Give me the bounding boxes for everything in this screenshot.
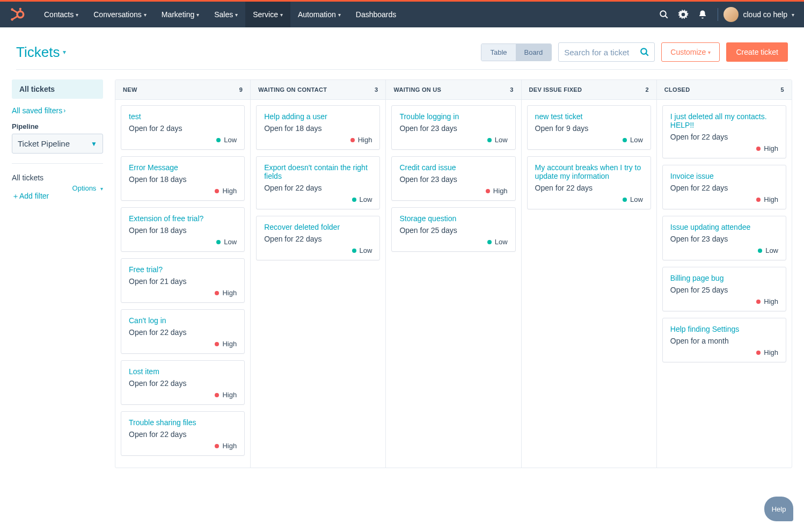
ticket-card[interactable]: Error MessageOpen for 18 daysHigh <box>121 156 245 201</box>
options-label: Options <box>72 184 97 192</box>
chevron-down-icon: ▾ <box>100 186 103 192</box>
card-title: Help adding a user <box>264 112 372 121</box>
chevron-down-icon[interactable]: ▾ <box>792 12 794 18</box>
nav-item-conversations[interactable]: Conversations▾ <box>86 2 154 27</box>
ticket-card[interactable]: My account breaks when I try to update m… <box>527 156 651 209</box>
ticket-card[interactable]: Free trial?Open for 21 daysHigh <box>121 258 245 303</box>
ticket-card[interactable]: Can't log inOpen for 22 daysHigh <box>121 309 245 354</box>
hubspot-logo-icon[interactable] <box>10 7 25 22</box>
priority-badge: High <box>129 442 237 450</box>
ticket-card[interactable]: I just deleted all my contacts. HELP!!Op… <box>662 105 786 158</box>
pipeline-select[interactable]: Ticket Pipeline ▼ <box>12 134 103 154</box>
nav-label: Marketing <box>162 10 194 19</box>
card-title: Error Message <box>129 163 237 172</box>
ticket-card[interactable]: Storage questionOpen for 25 daysLow <box>391 207 515 252</box>
priority-dot-icon <box>352 198 356 202</box>
card-title: Trouble logging in <box>399 112 507 121</box>
card-subtitle: Open for 18 days <box>129 175 237 184</box>
ticket-card[interactable]: Credit card issueOpen for 23 daysHigh <box>391 156 515 201</box>
nav-item-service[interactable]: Service▾ <box>245 2 290 27</box>
priority-dot-icon <box>487 138 492 142</box>
card-subtitle: Open for 21 days <box>129 277 237 286</box>
priority-label: High <box>764 144 778 152</box>
priority-badge: High <box>670 195 778 203</box>
ticket-card[interactable]: Extension of free trial?Open for 18 days… <box>121 207 245 252</box>
priority-badge: Low <box>129 136 237 144</box>
priority-badge: High <box>129 391 237 399</box>
priority-badge: High <box>264 136 372 144</box>
avatar[interactable] <box>723 7 739 22</box>
ticket-card[interactable]: Help finding SettingsOpen for a monthHig… <box>662 318 786 362</box>
ticket-card[interactable]: Lost itemOpen for 22 daysHigh <box>121 360 245 405</box>
card-subtitle: Open for 22 days <box>264 235 372 243</box>
ticket-card[interactable]: Trouble sharing filesOpen for 22 daysHig… <box>121 411 245 456</box>
priority-label: Low <box>765 246 778 254</box>
board-column: DEV ISSUE FIXED2new test ticketOpen for … <box>522 80 657 468</box>
chevron-down-icon: ▾ <box>196 12 199 18</box>
priority-dot-icon <box>216 240 221 244</box>
account-name[interactable]: cloud co help <box>743 10 787 19</box>
column-header: NEW9 <box>115 80 250 100</box>
customize-button[interactable]: Customize ▾ <box>661 42 720 62</box>
priority-dot-icon <box>756 147 761 151</box>
column-title: WAITING ON US <box>393 86 441 93</box>
svg-point-9 <box>641 48 647 54</box>
chevron-down-icon: ▾ <box>76 12 78 18</box>
column-body[interactable]: new test ticketOpen for 9 daysLowMy acco… <box>522 100 656 221</box>
nav-label: Dashboards <box>356 10 397 19</box>
column-title: NEW <box>123 86 137 93</box>
priority-label: High <box>764 348 778 356</box>
chevron-down-icon: ▾ <box>338 12 341 18</box>
priority-dot-icon <box>756 300 761 304</box>
all-saved-filters-link[interactable]: All saved filters › <box>12 106 65 115</box>
divider <box>12 163 103 164</box>
view-board-button[interactable]: Board <box>516 44 552 61</box>
search-icon[interactable] <box>640 47 649 57</box>
top-nav-right: cloud co help ▾ <box>654 2 794 27</box>
chevron-down-icon: ▾ <box>280 12 283 18</box>
svg-point-2 <box>11 8 13 11</box>
pipeline-label: Pipeline <box>12 122 103 130</box>
svg-line-8 <box>666 16 668 18</box>
sidebar-all-tickets-pill[interactable]: All tickets <box>12 79 103 99</box>
ticket-card[interactable]: Recover deleted folderOpen for 22 daysLo… <box>256 216 380 260</box>
nav-item-automation[interactable]: Automation▾ <box>290 2 348 27</box>
ticket-card[interactable]: testOpen for 2 daysLow <box>121 105 245 150</box>
column-body[interactable]: Trouble logging inOpen for 23 daysLowCre… <box>386 100 521 264</box>
nav-item-marketing[interactable]: Marketing▾ <box>154 2 207 27</box>
priority-badge: High <box>670 348 778 356</box>
priority-label: High <box>764 195 778 203</box>
gear-icon[interactable] <box>674 2 693 27</box>
ticket-card[interactable]: Invoice issueOpen for 22 daysHigh <box>662 165 786 209</box>
ticket-card[interactable]: Export doesn't contain the right fieldsO… <box>256 156 380 209</box>
nav-item-sales[interactable]: Sales▾ <box>207 2 245 27</box>
page-title: Tickets <box>16 44 60 61</box>
ticket-card[interactable]: Billing page bugOpen for 25 daysHigh <box>662 267 786 311</box>
priority-label: High <box>222 442 237 450</box>
column-body[interactable]: Help adding a userOpen for 18 daysHighEx… <box>251 100 385 272</box>
ticket-card[interactable]: Help adding a userOpen for 18 daysHigh <box>256 105 380 150</box>
add-filter-button[interactable]: ＋Add filter <box>12 192 103 201</box>
bell-icon[interactable] <box>693 2 712 27</box>
priority-label: High <box>222 340 237 348</box>
create-ticket-button[interactable]: Create ticket <box>726 42 788 62</box>
page-title-dropdown[interactable]: Tickets ▾ <box>16 44 66 61</box>
nav-item-dashboards[interactable]: Dashboards <box>348 2 404 27</box>
card-title: Recover deleted folder <box>264 223 372 231</box>
column-body[interactable]: testOpen for 2 daysLowError MessageOpen … <box>115 100 250 468</box>
column-body[interactable]: I just deleted all my contacts. HELP!!Op… <box>657 100 792 374</box>
search-icon[interactable] <box>654 2 674 27</box>
ticket-card[interactable]: new test ticketOpen for 9 daysLow <box>527 105 651 150</box>
priority-badge: Low <box>264 195 372 203</box>
ticket-card[interactable]: Issue updating attendeeOpen for 23 daysL… <box>662 216 786 260</box>
view-table-button[interactable]: Table <box>481 44 515 61</box>
card-title: Invoice issue <box>670 172 778 180</box>
ticket-card[interactable]: Trouble logging inOpen for 23 daysLow <box>391 105 515 150</box>
priority-badge: Low <box>264 246 372 254</box>
card-subtitle: Open for 22 days <box>535 184 643 192</box>
priority-badge: Low <box>129 238 237 246</box>
nav-item-contacts[interactable]: Contacts▾ <box>36 2 86 27</box>
options-dropdown[interactable]: Options ▾ <box>72 184 103 192</box>
sidebar-all-tickets-label: All tickets <box>12 173 43 182</box>
priority-label: Low <box>630 136 643 144</box>
